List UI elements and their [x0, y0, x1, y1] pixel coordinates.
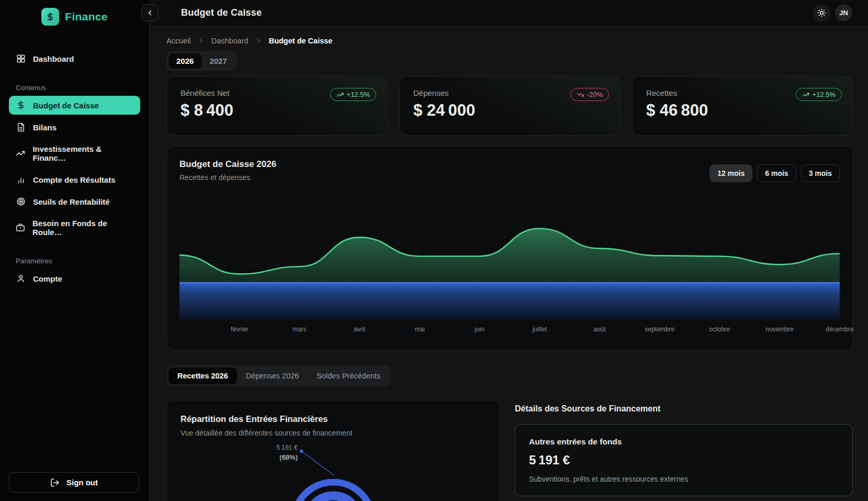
- user-icon: [16, 274, 26, 283]
- sign-out-label: Sign out: [66, 478, 98, 487]
- chart-header: Budget de Caisse 2026 Recettes et dépens…: [179, 159, 840, 182]
- brand-name: Finance: [65, 10, 107, 23]
- bottom-section: Répartition des Entrées Financières Vue …: [166, 400, 853, 501]
- tab-depenses-2026[interactable]: Dépenses 2026: [237, 368, 308, 384]
- sidebar-item-label: Investissements & Financ…: [32, 144, 133, 162]
- x-axis-label: novembre: [766, 326, 794, 333]
- trend-badge: +12.5%: [796, 88, 842, 101]
- x-axis-label: août: [593, 326, 605, 333]
- sidebar-item-compte-des-resultats[interactable]: Compte des Résultats: [9, 170, 140, 189]
- tab-2026[interactable]: 2026: [168, 53, 201, 69]
- trending-up-icon: [16, 149, 25, 158]
- range-6-mois-button[interactable]: 6 mois: [757, 164, 796, 182]
- detail-card-description: Subventions, prêts et autres ressources …: [529, 475, 839, 483]
- sidebar-item-label: Compte des Résultats: [33, 175, 116, 184]
- sidebar-item-bfr[interactable]: Besoin en Fonds de Roule…: [9, 214, 140, 241]
- x-axis-label: avril: [354, 326, 365, 333]
- data-tabs: Recettes 2026 Dépenses 2026 Soldes Précé…: [166, 365, 391, 386]
- sidebar-item-investissements[interactable]: Investissements & Financ…: [9, 140, 140, 167]
- details-heading: Détails des Sources de Financement: [515, 404, 853, 414]
- stat-card-recettes: Recettes $ 46 800 +12.5%: [632, 76, 853, 136]
- chart-subtitle: Recettes et dépenses: [179, 173, 276, 182]
- x-axis-label: mai: [414, 326, 424, 333]
- log-out-icon: [50, 478, 60, 487]
- topbar: Budget de Caisse JN: [150, 0, 868, 26]
- chevron-right-icon: [198, 38, 205, 44]
- stat-value: $ 46 800: [646, 101, 839, 120]
- trend-badge: -20%: [570, 88, 609, 101]
- sidebar-item-label: Compte: [33, 274, 62, 283]
- theme-toggle-button[interactable]: [813, 4, 830, 21]
- donut-callout-value: 5 191 €: [167, 444, 298, 451]
- tab-recettes-2026[interactable]: Recettes 2026: [168, 368, 237, 384]
- breadcrumb: Accueil Dashboard Budget de Caisse: [166, 37, 853, 45]
- chart-plot: févriermarsavrilmaijuinjuilletaoûtseptem…: [179, 197, 840, 333]
- tab-2027[interactable]: 2027: [201, 53, 234, 69]
- sun-icon: [817, 8, 826, 17]
- trending-up-icon: [336, 91, 344, 98]
- stats-row: Bénéfices Net $ 8 400 +12.5% Dépenses $ …: [166, 76, 853, 136]
- financing-details: Détails des Sources de Financement Autre…: [515, 400, 853, 501]
- pie-card: Répartition des Entrées Financières Vue …: [166, 400, 500, 501]
- range-buttons: 12 mois 6 mois 3 mois: [709, 164, 840, 182]
- donut-callout: 5 191 € (68%): [167, 444, 298, 461]
- year-tabs: 2026 2027: [166, 51, 237, 71]
- chevron-left-icon: [146, 9, 154, 17]
- sidebar-item-compte[interactable]: Compte: [9, 269, 140, 288]
- trending-down-icon: [577, 91, 584, 98]
- x-axis-label: septembre: [645, 326, 674, 333]
- detail-card-autres-entrees: Autres entrées de fonds 5 191 € Subventi…: [515, 424, 853, 496]
- x-axis-label: décembre: [826, 326, 853, 333]
- x-axis-label: juin: [475, 326, 484, 333]
- sign-out-button[interactable]: Sign out: [9, 472, 139, 493]
- app: { "app": { "brand": "Finance" }, "sideba…: [0, 0, 868, 501]
- sidebar-item-label: Bilans: [33, 123, 57, 132]
- dashboard-grid-icon: [16, 54, 26, 63]
- stat-card-depenses: Dépenses $ 24 000 -20%: [399, 76, 620, 136]
- sidebar-item-label: Dashboard: [33, 54, 74, 63]
- avatar[interactable]: JN: [835, 4, 852, 21]
- sidebar: Finance Dashboard Contenus Budget de Cai…: [0, 0, 150, 501]
- stat-value: $ 8 400: [181, 101, 373, 120]
- trend-badge-label: -20%: [587, 91, 603, 98]
- page-title: Budget de Caisse: [181, 7, 262, 18]
- cashflow-chart: [179, 197, 840, 320]
- sidebar-item-label: Seuils de Rentabilité: [33, 197, 110, 206]
- breadcrumb-accueil[interactable]: Accueil: [166, 37, 191, 45]
- trending-up-icon: [802, 91, 809, 98]
- sidebar-item-dashboard[interactable]: Dashboard: [9, 49, 140, 68]
- tab-soldes-precedents[interactable]: Soldes Précédents: [308, 368, 389, 384]
- sidebar-nav: Dashboard Contenus Budget de Caisse Bila…: [0, 49, 149, 288]
- content: Accueil Dashboard Budget de Caisse 2026 …: [150, 26, 868, 501]
- sidebar-item-bilans[interactable]: Bilans: [9, 118, 140, 137]
- chevron-right-icon: [255, 38, 262, 44]
- file-text-icon: [16, 123, 26, 132]
- briefcase-icon: [16, 223, 25, 232]
- range-3-mois-button[interactable]: 3 mois: [801, 164, 840, 182]
- x-axis-label: février: [231, 326, 248, 333]
- detail-card-value: 5 191 €: [529, 453, 839, 467]
- sidebar-item-budget-de-caisse[interactable]: Budget de Caisse: [9, 96, 140, 115]
- breadcrumb-dashboard[interactable]: Dashboard: [211, 37, 249, 45]
- sidebar-section-parametres: Paramètres: [16, 257, 133, 265]
- x-axis-label: mars: [292, 326, 307, 333]
- brand: Finance: [0, 0, 149, 27]
- donut-callout-pct: (68%): [167, 454, 298, 461]
- stat-value: $ 24 000: [413, 101, 606, 120]
- range-12-mois-button[interactable]: 12 mois: [709, 164, 752, 182]
- trend-badge-label: +12.5%: [347, 91, 370, 98]
- breadcrumb-current: Budget de Caisse: [269, 37, 333, 45]
- sidebar-item-seuils[interactable]: Seuils de Rentabilité: [9, 192, 140, 211]
- target-icon: [16, 197, 26, 206]
- bar-chart-icon: [16, 175, 26, 184]
- chart-title: Budget de Caisse 2026: [179, 159, 276, 170]
- x-axis-label: octobre: [709, 326, 730, 333]
- collapse-sidebar-button[interactable]: [141, 4, 159, 21]
- x-axis-labels: févriermarsavrilmaijuinjuilletaoûtseptem…: [179, 320, 840, 333]
- stat-card-benefices: Bénéfices Net $ 8 400 +12.5%: [166, 76, 387, 136]
- pie-subtitle: Vue détaillée des différentes sources de…: [181, 429, 486, 437]
- pie-title: Répartition des Entrées Financières: [181, 414, 486, 424]
- sidebar-item-label: Besoin en Fonds de Roule…: [32, 219, 133, 237]
- main-area: Budget de Caisse JN Accueil Dashboard Bu…: [150, 0, 868, 501]
- donut-chart: [281, 479, 386, 501]
